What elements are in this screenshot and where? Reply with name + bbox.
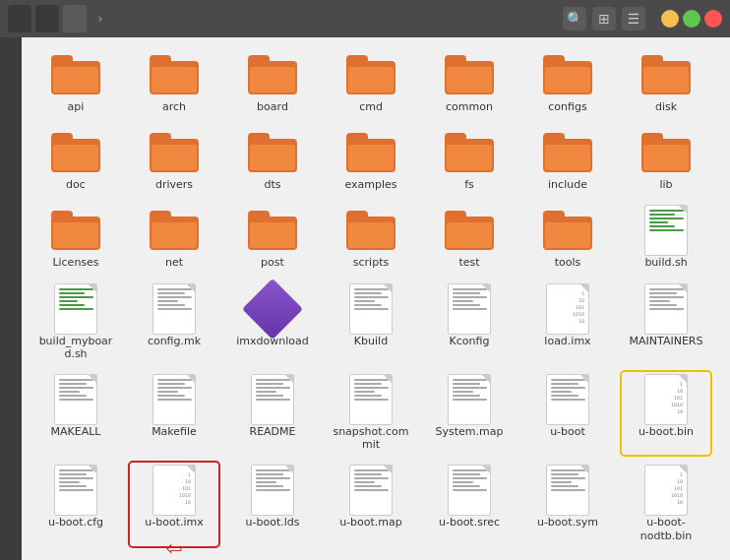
file-item-net[interactable]: net [130, 203, 218, 273]
file-item-configs[interactable]: configs [523, 47, 612, 117]
file-item-examples[interactable]: examples [327, 125, 415, 195]
file-icon [247, 467, 298, 514]
file-item-kconfig[interactable]: Kconfig [425, 281, 514, 364]
file-icon [444, 51, 495, 98]
file-icon [542, 129, 593, 176]
arrow-indicator: ⇦ [166, 536, 183, 560]
file-item-cmd[interactable]: cmd [327, 47, 415, 117]
file-item-load-imx[interactable]: 110101101010load.imx [523, 281, 612, 364]
file-item-disk[interactable]: disk [622, 47, 710, 117]
file-icon [444, 285, 495, 333]
file-item-snapshot-commit[interactable]: snapshot.commit [327, 372, 415, 455]
file-item-board[interactable]: board [228, 47, 317, 117]
file-item-tools[interactable]: tools [523, 203, 612, 273]
file-label: configs [548, 100, 586, 113]
file-icon: 110101101010 [542, 285, 593, 333]
file-icon [345, 207, 396, 254]
file-item-scripts[interactable]: scripts [327, 203, 415, 273]
file-label: Licenses [52, 256, 98, 269]
file-grid: apiarchboardcmdcommonconfigsdiskdocdrive… [31, 47, 720, 546]
file-item-licenses[interactable]: Licenses [31, 203, 120, 273]
file-icon [640, 129, 692, 176]
tab-uboot-imx[interactable] [63, 5, 87, 32]
file-icon [149, 207, 200, 254]
file-label: board [257, 100, 288, 113]
file-label: MAINTAINERS [630, 335, 703, 347]
search-icon[interactable]: 🔍 [563, 7, 586, 31]
file-label: dts [264, 178, 280, 191]
tab-uboot[interactable] [8, 5, 31, 32]
file-label: snapshot.commit [332, 425, 410, 451]
window-maximize-button[interactable] [683, 10, 700, 28]
file-label: MAKEALL [51, 425, 101, 438]
file-item-u-boot-imx[interactable]: 110101101010u-boot.imx⇦ [130, 463, 218, 545]
file-icon: 110101101010 [640, 376, 692, 423]
tab-nxp-uboot[interactable] [35, 5, 59, 32]
file-item-dts[interactable]: dts [228, 125, 317, 195]
file-icon [50, 129, 101, 176]
file-icon [50, 207, 101, 254]
window-minimize-button[interactable] [661, 10, 679, 28]
file-item-readme[interactable]: README [228, 372, 317, 455]
file-item-u-boot-lds[interactable]: u-boot.lds [228, 463, 317, 545]
file-item-doc[interactable]: doc [31, 125, 120, 195]
file-icon [50, 285, 101, 333]
file-label: load.imx [544, 335, 590, 347]
file-label: disk [655, 100, 677, 113]
file-item-build-myboard-sh[interactable]: build_myboard.sh [31, 281, 120, 364]
file-item-u-boot-cfg[interactable]: u-boot.cfg [31, 463, 120, 545]
titlebar-action-icons: 🔍 ⊞ ☰ [563, 7, 645, 31]
file-item-common[interactable]: common [425, 47, 514, 117]
file-icon [247, 51, 298, 98]
file-item-u-boot-nodtb-bin[interactable]: 110101101010u-boot-nodtb.bin [622, 463, 710, 545]
file-label: post [261, 256, 284, 269]
file-icon [640, 51, 692, 98]
view-toggle-icon[interactable]: ⊞ [592, 7, 616, 31]
file-icon [345, 129, 396, 176]
tab-overflow-chevron[interactable]: › [91, 9, 110, 29]
file-item-u-boot-srec[interactable]: u-boot.srec [425, 463, 514, 545]
file-label: drivers [155, 178, 193, 191]
file-icon [444, 129, 495, 176]
file-icon [149, 376, 200, 423]
file-icon [640, 285, 692, 333]
file-label: examples [344, 178, 396, 191]
file-icon [542, 207, 593, 254]
file-item-api[interactable]: api [31, 47, 120, 117]
file-item-lib[interactable]: lib [622, 125, 710, 195]
file-item-test[interactable]: test [425, 203, 514, 273]
file-item-post[interactable]: post [228, 203, 317, 273]
titlebar: › 🔍 ⊞ ☰ [0, 0, 730, 37]
file-icon [345, 467, 396, 514]
file-item-u-boot-bin[interactable]: 110101101010u-boot.bin [622, 372, 710, 455]
menu-icon[interactable]: ☰ [622, 7, 645, 31]
file-item-config-mk[interactable]: config.mk [130, 281, 218, 364]
file-icon [50, 376, 101, 423]
file-icon [542, 51, 593, 98]
file-icon [247, 207, 298, 254]
file-item-makefile[interactable]: Makefile [130, 372, 218, 455]
file-icon [542, 467, 593, 514]
file-item-maintainers[interactable]: MAINTAINERS [622, 281, 710, 364]
file-item-fs[interactable]: fs [425, 125, 514, 195]
file-item-drivers[interactable]: drivers [130, 125, 218, 195]
file-item-include[interactable]: include [523, 125, 612, 195]
file-item-kbuild[interactable]: Kbuild [327, 281, 415, 364]
file-label: u-boot.cfg [48, 516, 103, 529]
file-item-build-sh[interactable]: build.sh [622, 203, 710, 273]
file-item-u-boot-map[interactable]: u-boot.map [327, 463, 415, 545]
file-item-arch[interactable]: arch [130, 47, 218, 117]
file-label: net [165, 256, 183, 269]
file-label: lib [659, 178, 672, 191]
file-item-u-boot-sym[interactable]: u-boot.sym [523, 463, 612, 545]
file-label: arch [162, 100, 186, 113]
window-close-button[interactable] [704, 10, 722, 28]
file-item-makeall[interactable]: MAKEALL [31, 372, 120, 455]
file-icon: 110101101010 [640, 467, 692, 514]
file-item-imxdownload[interactable]: imxdownload [228, 281, 317, 364]
file-icon [247, 129, 298, 176]
file-item-u-boot[interactable]: u-boot [523, 372, 612, 455]
file-label: include [548, 178, 587, 191]
file-item-system-map[interactable]: System.map [425, 372, 514, 455]
file-label: u-boot.srec [439, 516, 500, 529]
